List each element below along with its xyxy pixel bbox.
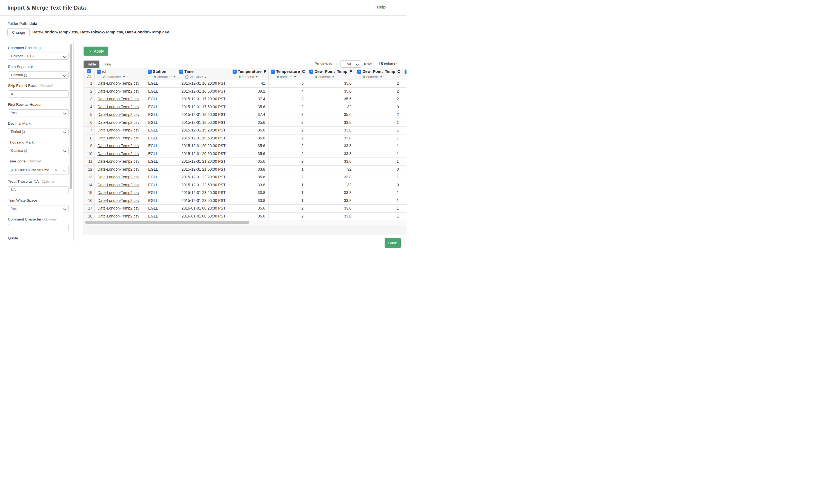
cell-dew-point-temp-f: 33.8 <box>307 134 355 142</box>
cell-humidity-clipped: 8 <box>402 88 407 95</box>
file-link[interactable]: Date-London-Temp2.csv <box>98 136 139 140</box>
file-link[interactable]: Date-London-Temp2.csv <box>98 206 139 210</box>
cell-dew-point-temp-f: 35.6 <box>307 88 355 95</box>
file-link[interactable]: Date-London-Temp2.csv <box>98 112 139 117</box>
cell-temperature-f: 35.6 <box>230 127 269 134</box>
cell-id: Date-London-Temp2.csv <box>95 173 145 181</box>
file-link[interactable]: Date-London-Temp2.csv <box>98 81 139 85</box>
cell-id: Date-London-Temp2.csv <box>95 197 145 205</box>
change-folder-button[interactable]: Change <box>7 28 30 36</box>
cell-dew-point-temp-c: 2 <box>355 111 402 119</box>
row-number: 17 <box>84 205 95 212</box>
sidebar-field-trim-white-space: Trim White SpaceYes <box>8 198 69 212</box>
column-type-menu[interactable]: #numeric <box>239 75 258 79</box>
file-link[interactable]: Date-London-Temp2.csv <box>98 151 139 156</box>
column-checkbox[interactable]: ✓ <box>233 70 237 74</box>
cell-humidity-clipped: 9 <box>402 213 407 220</box>
input-control <box>8 90 69 98</box>
field-select[interactable]: Period (.) <box>8 128 68 135</box>
cell-humidity-clipped: 9 <box>402 142 407 150</box>
field-select[interactable]: Comma (,) <box>8 147 68 154</box>
file-link[interactable]: Date-London-Temp2.csv <box>98 159 139 164</box>
save-button[interactable]: Save <box>385 238 401 248</box>
file-link[interactable]: Date-London-Temp2.csv <box>98 89 139 93</box>
column-type: numeric <box>242 75 254 79</box>
preview-rows-select[interactable]: 50 <box>341 61 361 67</box>
column-checkbox[interactable]: ✓ <box>357 70 361 74</box>
tab-table[interactable]: Table <box>84 61 99 68</box>
cell-temperature-c: 1 <box>269 197 307 205</box>
file-link[interactable]: Date-London-Temp2.csv <box>98 214 139 218</box>
folder-path: Folder Path: data <box>7 21 37 26</box>
cell-station: EGLL <box>145 166 177 173</box>
field-input[interactable] <box>8 224 68 231</box>
cell-dew-point-temp-c: 1 <box>355 189 402 197</box>
column-type-menu[interactable]: POSIXct <box>185 75 207 80</box>
cell-temperature-f: 37.4 <box>230 95 269 103</box>
table-row: 14Date-London-Temp2.csvEGLL2015-12-31 22… <box>84 181 407 189</box>
timezone-combo[interactable]: (UTC-08:00) Pacific Time - L✕ <box>8 166 69 174</box>
column-checkbox[interactable]: ✓ <box>148 70 152 74</box>
column-type-menu[interactable]: #numeric <box>363 75 382 79</box>
field-label: First Row as Header <box>8 102 69 107</box>
cell-dew-point-temp-c: 1 <box>355 119 402 127</box>
cell-humidity-clipped: 8 <box>402 80 407 87</box>
cell-dew-point-temp-c: 0 <box>355 103 402 111</box>
column-type: POSIXct <box>190 75 203 79</box>
select-all-checkbox[interactable]: ✓ <box>87 69 91 73</box>
field-input[interactable] <box>8 91 68 97</box>
table-row: 1Date-London-Temp2.csvEGLL2015-12-31 16:… <box>84 80 407 88</box>
cell-temperature-f: 35.6 <box>230 142 269 150</box>
file-link[interactable]: Date-London-Temp2.csv <box>98 183 139 187</box>
column-type-menu[interactable]: #numeric <box>277 75 296 79</box>
help-link[interactable]: Help <box>377 5 386 9</box>
column-type: numeric <box>318 75 330 79</box>
cell-temperature-c: 1 <box>269 189 307 197</box>
row-number: 10 <box>84 150 95 158</box>
cell-temperature-c: 2 <box>269 127 307 134</box>
cell-id: Date-London-Temp2.csv <box>95 88 145 95</box>
sidebar-field-comment-character: Comment Character - Optional <box>8 217 69 231</box>
file-link[interactable]: Date-London-Temp2.csv <box>98 175 139 179</box>
apply-button[interactable]: Apply <box>84 47 108 56</box>
file-link[interactable]: Date-London-Temp2.csv <box>98 167 139 171</box>
column-name: Dew_Point_Temp_C <box>362 69 400 74</box>
column-checkbox[interactable]: ✓ <box>179 70 183 74</box>
field-select[interactable]: Unicode (UTF-8) <box>8 53 68 59</box>
cell-temperature-c: 2 <box>269 213 307 220</box>
column-type-menu[interactable]: Acharacter <box>103 75 125 79</box>
horizontal-scrollbar-track[interactable] <box>84 220 407 225</box>
select-control: Yes <box>8 109 69 116</box>
table-row: 8Date-London-Temp2.csvEGLL2015-12-31 19:… <box>84 134 407 142</box>
column-checkbox[interactable]: ✓ <box>97 70 101 74</box>
file-link[interactable]: Date-London-Temp2.csv <box>98 97 139 101</box>
sidebar-scrollbar[interactable] <box>70 44 72 189</box>
cell-time: 2015-12-31 20:50:00 PST <box>177 150 230 158</box>
cancel-button[interactable]: Cancel <box>405 238 407 248</box>
file-link[interactable]: Date-London-Temp2.csv <box>98 120 139 125</box>
horizontal-scrollbar[interactable] <box>85 221 249 224</box>
column-type-menu[interactable]: Acharacter <box>154 75 176 79</box>
file-link[interactable]: Date-London-Temp2.csv <box>98 128 139 132</box>
column-checkbox[interactable]: ✓ <box>271 70 275 74</box>
file-link[interactable]: Date-London-Temp2.csv <box>98 190 139 195</box>
field-label: Trim White Space <box>8 198 69 203</box>
clear-icon[interactable]: ✕ <box>55 168 58 172</box>
column-name: Temperature_C <box>276 69 305 74</box>
row-number: 6 <box>84 119 95 127</box>
field-select[interactable]: Comma (,) <box>8 72 68 78</box>
file-link[interactable]: Date-London-Temp2.csv <box>98 105 139 109</box>
column-checkbox[interactable]: ✓ <box>405 70 407 74</box>
chevron-down-icon[interactable] <box>63 168 66 171</box>
field-input[interactable] <box>8 187 68 193</box>
sidebar-field-data-separator: Data SeparatorComma (,) <box>8 65 69 79</box>
tab-raw[interactable]: Raw <box>100 61 114 68</box>
column-type-menu[interactable]: #numeric <box>315 75 334 79</box>
column-checkbox[interactable]: ✓ <box>309 70 313 74</box>
file-link[interactable]: Date-London-Temp2.csv <box>98 198 139 203</box>
cell-temperature-f: 41 <box>230 80 269 87</box>
field-select[interactable]: Yes <box>8 205 68 212</box>
file-link[interactable]: Date-London-Temp2.csv <box>98 144 139 148</box>
field-select[interactable]: Yes <box>8 110 68 116</box>
table-row: 12Date-London-Temp2.csvEGLL2015-12-31 21… <box>84 166 407 174</box>
